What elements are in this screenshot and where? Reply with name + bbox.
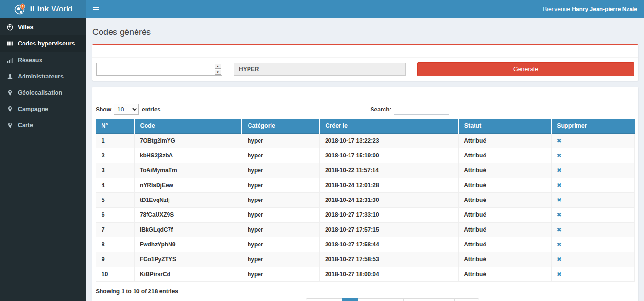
delete-icon[interactable]: ✖ xyxy=(557,226,562,233)
map-marker-icon xyxy=(7,89,13,96)
sidebar-item-label: Géolocalisation xyxy=(18,89,62,96)
delete-icon[interactable]: ✖ xyxy=(557,212,562,218)
search-label: Search: xyxy=(371,106,392,113)
sidebar: Villes Codes hyperviseurs Réseaux Admini… xyxy=(0,18,86,301)
cell-numero: 5 xyxy=(96,193,135,208)
pagination-page-1[interactable]: 1 xyxy=(342,298,358,301)
search-control: Search: xyxy=(371,104,449,115)
table-row: 10 KiBPirsrCd hyper 2018-10-27 18:00:04 … xyxy=(96,267,635,282)
welcome-prefix: Bienvenue xyxy=(543,6,572,12)
sidebar-item-label: Administrateurs xyxy=(18,73,64,80)
welcome-user-name: Hanry Jean-pierre Nzale xyxy=(572,6,637,12)
navbar: Bienvenue Hanry Jean-pierre Nzale xyxy=(86,0,644,18)
cell-statut: Attribué xyxy=(459,252,552,267)
delete-icon[interactable]: ✖ xyxy=(557,167,562,174)
quantity-number-field: ▲ ▼ xyxy=(96,63,222,76)
quantity-input[interactable] xyxy=(97,63,214,75)
pagination-next-button[interactable]: Next xyxy=(454,298,479,301)
cell-creer-le: 2018-10-22 11:57:14 xyxy=(319,163,458,178)
map-marker-icon xyxy=(7,106,13,112)
cell-numero: 2 xyxy=(96,148,135,163)
ilink-globe-pin-logo-icon: $ xyxy=(14,3,26,15)
delete-icon[interactable]: ✖ xyxy=(557,241,562,248)
delete-icon[interactable]: ✖ xyxy=(557,256,562,263)
pagination-page-3[interactable]: 3 xyxy=(373,298,388,301)
cell-statut: Attribué xyxy=(459,193,552,208)
main-content: Codes générés ▲ ▼ Generate Show xyxy=(86,18,644,301)
codes-table: N° Code Catégorie Créer le Statut Suppri… xyxy=(96,119,635,282)
cell-creer-le: 2018-10-24 12:01:28 xyxy=(319,178,458,193)
generate-button[interactable]: Generate xyxy=(417,62,634,76)
column-header-supprimer[interactable]: Supprimer xyxy=(551,119,634,134)
spinner-up-icon[interactable]: ▲ xyxy=(215,64,221,69)
cell-categorie: hyper xyxy=(242,252,319,267)
delete-icon[interactable]: ✖ xyxy=(557,182,562,189)
column-header-categorie[interactable]: Catégorie xyxy=(242,119,319,134)
cell-code: nYRIsDjEew xyxy=(134,178,242,193)
table-row: 4 nYRIsDjEew hyper 2018-10-24 12:01:28 A… xyxy=(96,178,635,193)
sidebar-item-codes-hyperviseurs[interactable]: Codes hyperviseurs xyxy=(0,35,86,52)
page-length-select[interactable]: 10 xyxy=(114,104,139,115)
sidebar-item-label: Réseaux xyxy=(18,57,42,64)
sidebar-item-campagne[interactable]: Campagne xyxy=(0,101,86,117)
sidebar-item-geolocalisation[interactable]: Géolocalisation xyxy=(0,85,86,101)
search-input[interactable] xyxy=(394,104,449,115)
datatable-controls: Show 10 entries Search: xyxy=(96,104,635,115)
spinner-down-icon[interactable]: ▼ xyxy=(215,70,221,75)
sidebar-item-villes[interactable]: Villes xyxy=(0,19,86,35)
cell-statut: Attribué xyxy=(459,208,552,223)
sidebar-item-administrateurs[interactable]: Administrateurs xyxy=(0,68,86,85)
barcode-icon xyxy=(7,40,13,47)
cell-creer-le: 2018-10-27 17:57:15 xyxy=(319,223,458,237)
column-header-statut[interactable]: Statut xyxy=(459,119,552,134)
pagination: Previous 1 2 3 4 5 … 22 Next xyxy=(123,298,644,301)
column-header-numero[interactable]: N° xyxy=(96,119,135,134)
column-header-creer-le[interactable]: Créer le xyxy=(319,119,458,134)
delete-icon[interactable]: ✖ xyxy=(557,197,562,203)
cell-categorie: hyper xyxy=(242,163,319,178)
pagination-page-4[interactable]: 4 xyxy=(388,298,404,301)
signal-bars-icon xyxy=(7,57,13,64)
welcome-message: Bienvenue Hanry Jean-pierre Nzale xyxy=(543,6,637,12)
sidebar-toggle-hamburger-icon[interactable] xyxy=(93,7,99,11)
cell-categorie: hyper xyxy=(242,193,319,208)
sidebar-item-label: Villes xyxy=(18,24,33,31)
cell-numero: 1 xyxy=(96,134,135,148)
sidebar-item-label: Codes hyperviseurs xyxy=(18,40,75,47)
generator-card-header xyxy=(92,45,638,58)
code-generator-card: ▲ ▼ Generate xyxy=(92,44,638,81)
table-row: 9 FGo1PyZTYS hyper 2018-10-27 17:58:53 A… xyxy=(96,252,635,267)
pagination-previous-button[interactable]: Previous xyxy=(306,298,343,301)
cell-creer-le: 2018-10-17 15:19:00 xyxy=(319,148,458,163)
cell-code: 7OBtg2lmYG xyxy=(134,134,242,148)
cell-numero: 9 xyxy=(96,252,135,267)
table-row: 5 tD1EvqNzIj hyper 2018-10-24 12:31:30 A… xyxy=(96,193,635,208)
user-icon xyxy=(7,73,13,80)
brand-logo[interactable]: $ iLinkWorld xyxy=(0,0,86,18)
pagination-page-2[interactable]: 2 xyxy=(358,298,373,301)
cell-statut: Attribué xyxy=(459,223,552,237)
cell-categorie: hyper xyxy=(242,208,319,223)
showing-entries-info: Showing 1 to 10 of 218 entries xyxy=(96,288,635,295)
sidebar-item-carte[interactable]: Carte xyxy=(0,117,86,134)
table-row: 2 kbHS2j3zbA hyper 2018-10-17 15:19:00 A… xyxy=(96,148,635,163)
cell-statut: Attribué xyxy=(459,267,552,282)
delete-icon[interactable]: ✖ xyxy=(557,152,562,159)
cell-numero: 6 xyxy=(96,208,135,223)
cell-creer-le: 2018-10-27 18:00:04 xyxy=(319,267,458,282)
cell-creer-le: 2018-10-27 17:58:44 xyxy=(319,237,458,252)
entries-label: entries xyxy=(142,106,160,113)
cell-numero: 4 xyxy=(96,178,135,193)
brand-name-bold: iLink xyxy=(30,4,49,13)
table-row: 7 IBkGLqdC7f hyper 2018-10-27 17:57:15 A… xyxy=(96,223,635,237)
delete-icon[interactable]: ✖ xyxy=(557,137,562,144)
pagination-page-22[interactable]: 22 xyxy=(436,298,454,301)
delete-icon[interactable]: ✖ xyxy=(557,271,562,278)
sidebar-item-reseaux[interactable]: Réseaux xyxy=(0,52,86,68)
cell-statut: Attribué xyxy=(459,134,552,148)
category-field[interactable] xyxy=(234,63,406,76)
column-header-code[interactable]: Code xyxy=(134,119,242,134)
table-row: 1 7OBtg2lmYG hyper 2018-10-17 13:22:23 A… xyxy=(96,134,635,148)
cell-code: ToAiMymaTm xyxy=(134,163,242,178)
pagination-page-5[interactable]: 5 xyxy=(403,298,419,301)
